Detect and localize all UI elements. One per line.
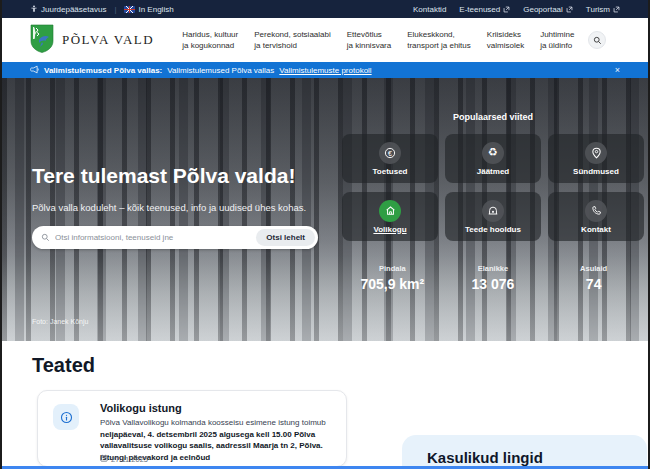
stat-pindala: Pindala 705,9 km² [342,264,443,292]
external-link-icon [613,6,620,13]
announcement-banner: Valimistulemused Põlva vallas: Valimistu… [2,62,648,78]
location-pin-icon [585,142,607,164]
announcement-bold: Valimistulemused Põlva vallas: [44,66,162,75]
home-icon [379,200,401,222]
useful-links-panel: Kasulikud lingid [402,435,647,469]
accessibility-label: Juurdepääsetavus [41,5,106,14]
hero-title: Tere tulemast Põlva valda! [32,164,295,188]
nav-perekond[interactable]: Perekond, sotsiaalabi ja tervishoid [254,29,331,51]
notice-card[interactable]: Volikogu istung Põlva Vallavolikogu kolm… [37,390,347,467]
photo-credit: Foto: Janek Kõnju [32,318,88,325]
stat-asulaid: Asulaid 74 [543,264,644,292]
announcement-text: Valimistulemused Põlva vallas [167,66,274,75]
megaphone-icon [30,65,39,76]
stat-elanikke: Elanikke 13 076 [443,264,544,292]
logo[interactable]: PÕLVA VALD [30,24,154,57]
topbar-link-turism[interactable]: Turism [586,5,620,14]
tile-jaatmed[interactable]: ♻ Jäätmed [445,134,541,183]
tile-toetused[interactable]: € Toetused [342,134,438,183]
tile-volikogu[interactable]: Volikogu [342,192,438,241]
page: Juurdepääsetavus | In English Kontaktid … [0,0,650,469]
truck-icon [482,200,504,222]
tile-sundmused[interactable]: Sündmused [548,134,644,183]
euro-icon: € [379,142,401,164]
search-icon [593,31,602,49]
nav-elukeskkond[interactable]: Elukeskkond, transport ja ehitus [407,29,471,51]
logo-text: PÕLVA VALD [62,32,154,48]
nav-kriisideks[interactable]: Kriisideks valmisolek [487,29,524,51]
uk-flag-icon [124,6,135,13]
hero-search-bar: Otsi lehelt [32,226,318,249]
hero-search-input[interactable] [55,233,256,242]
notice-date: 27.11.2025 [100,454,148,464]
main-header: PÕLVA VALD Haridus, kultuur ja kogukonna… [2,18,648,62]
external-link-icon [503,6,510,13]
quicklink-tiles: € Toetused ♻ Jäätmed Sündmused Volikogu [342,134,644,241]
tile-teede-hooldus[interactable]: Teede hooldus [445,192,541,241]
hero-section: Tere tulemast Põlva valda! Põlva valla k… [2,78,648,341]
main-nav: Haridus, kultuur ja kogukonnad Perekond,… [182,29,574,51]
announcement-link[interactable]: Valimistulemuste protokoll [279,66,371,75]
close-icon[interactable]: × [615,66,620,75]
useful-links-title: Kasulikud lingid [427,449,543,466]
search-icon [41,233,50,242]
language-label: In English [138,5,173,14]
hero-search-submit-button[interactable]: Otsi lehelt [256,229,315,246]
header-search-button[interactable] [588,31,606,49]
recycle-icon: ♻ [482,142,504,164]
municipality-stats: Pindala 705,9 km² Elanikke 13 076 Asulai… [342,264,644,292]
language-switch[interactable]: In English [124,5,173,14]
topbar-link-geoportaal[interactable]: Geoportaal [523,5,573,14]
divider: | [114,5,116,14]
notices-section-title: Teated [32,354,95,377]
nav-juhtimine[interactable]: Juhtimine ja üldinfo [540,29,574,51]
tile-kontakt[interactable]: Kontakt [548,192,644,241]
hero-subtitle: Põlva valla koduleht – kõik teenused, in… [32,202,306,213]
topbar-link-kontaktid[interactable]: Kontaktid [413,5,446,14]
nav-haridus[interactable]: Haridus, kultuur ja kogukonnad [182,29,238,51]
quicklinks-title: Populaarsed viited [342,112,644,122]
accessibility-icon [30,5,38,13]
coat-of-arms-icon [30,24,54,57]
content-section: Teated Volikogu istung Põlva Vallavoliko… [2,341,648,469]
accessibility-link[interactable]: Juurdepääsetavus [30,5,106,14]
phone-icon [585,200,607,222]
notice-title: Volikogu istung [100,402,182,414]
topbar-link-eteenused[interactable]: E-teenused [459,5,510,14]
external-link-icon [566,6,573,13]
nav-ettevotlus[interactable]: Ettevõtlus ja kinnisvara [347,29,391,51]
calendar-icon [100,454,108,464]
svg-text:€: € [388,149,392,156]
info-icon [53,404,79,430]
top-utility-bar: Juurdepääsetavus | In English Kontaktid … [2,0,648,18]
